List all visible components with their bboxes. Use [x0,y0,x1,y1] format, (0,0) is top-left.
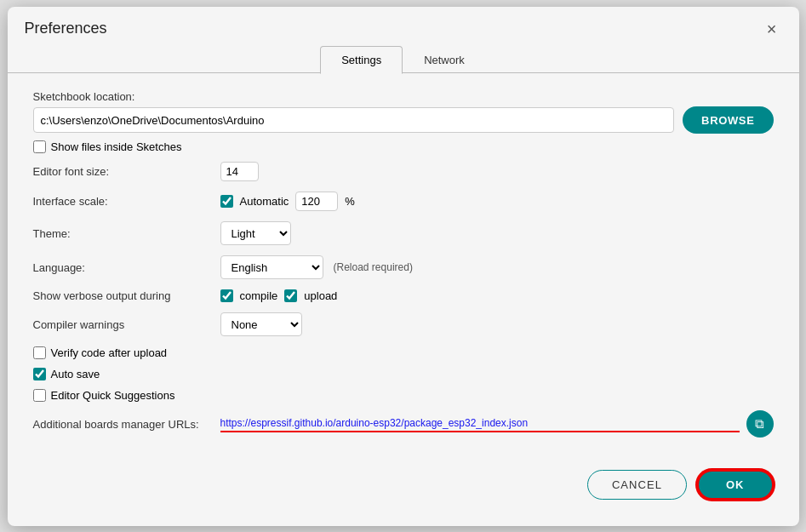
browse-button[interactable]: BROWSE [683,106,773,134]
dialog-title: Preferences [25,20,107,37]
compiler-warnings-label: Compiler warnings [33,318,220,331]
language-label: Language: [33,261,220,274]
sketchbook-row: Sketchbook location: BROWSE [33,90,774,134]
verify-checkbox[interactable] [33,346,46,359]
automatic-label: Automatic [240,195,289,208]
show-files-label: Show files inside Sketches [51,140,182,153]
show-files-row: Show files inside Sketches [33,140,774,153]
reload-note: (Reload required) [334,261,413,273]
close-button[interactable]: × [762,19,782,39]
editor-suggestions-row: Editor Quick Suggestions [33,389,774,402]
additional-urls-label: Additional boards manager URLs: [33,418,220,431]
sketchbook-input-row: BROWSE [33,106,774,134]
compiler-warnings-control: None Default More All [220,312,774,336]
theme-row: Theme: Light Dark [33,221,774,245]
interface-scale-control: Automatic % [220,192,774,211]
autosave-row: Auto save [33,368,774,380]
compile-label: compile [240,289,278,302]
sketchbook-input[interactable] [33,107,675,133]
additional-urls-control: ⧉ [220,410,774,438]
autosave-label: Auto save [51,368,100,380]
additional-urls-row: Additional boards manager URLs: ⧉ [33,410,774,438]
scale-unit: % [345,195,355,208]
additional-urls-icon-button[interactable]: ⧉ [746,410,774,438]
editor-suggestions-label: Editor Quick Suggestions [51,389,175,402]
show-files-checkbox[interactable] [33,140,46,153]
tab-network[interactable]: Network [403,46,486,74]
verbose-control: compile upload [220,289,774,302]
settings-content: Sketchbook location: BROWSE Show files i… [8,73,799,456]
editor-font-size-label: Editor font size: [33,165,220,178]
theme-label: Theme: [33,227,220,240]
sketchbook-label: Sketchbook location: [33,90,135,103]
verify-label: Verify code after upload [51,346,168,359]
compile-checkbox[interactable] [220,289,233,302]
cancel-button[interactable]: CANCEL [587,470,687,500]
automatic-checkbox[interactable] [220,195,233,208]
tabs-container: Settings Network [8,46,799,74]
interface-scale-label: Interface scale: [33,195,220,208]
verbose-label: Show verbose output during [33,289,220,302]
verbose-row: Show verbose output during compile uploa… [33,289,774,302]
editor-suggestions-checkbox[interactable] [33,389,46,402]
upload-checkbox[interactable] [284,289,297,302]
language-control: English Spanish Portuguese (Reload requi… [220,255,774,279]
tab-settings[interactable]: Settings [320,46,403,74]
interface-scale-row: Interface scale: Automatic % [33,192,774,211]
verify-row: Verify code after upload [33,346,774,359]
autosave-checkbox[interactable] [33,368,46,380]
scale-input[interactable] [295,192,338,211]
dialog-footer: CANCEL OK [8,456,799,517]
theme-select[interactable]: Light Dark [220,221,291,245]
editor-font-size-input[interactable] [220,162,259,181]
upload-label: upload [304,289,337,302]
copy-icon: ⧉ [755,416,764,432]
dialog-header: Preferences × [8,7,799,46]
additional-urls-input[interactable] [220,415,740,432]
ok-button[interactable]: OK [697,470,774,500]
language-select[interactable]: English Spanish Portuguese [220,255,323,279]
theme-control: Light Dark [220,221,774,245]
language-row: Language: English Spanish Portuguese (Re… [33,255,774,279]
editor-font-size-row: Editor font size: [33,162,774,181]
compiler-warnings-select[interactable]: None Default More All [220,312,302,336]
editor-font-size-control [220,162,774,181]
compiler-warnings-row: Compiler warnings None Default More All [33,312,774,336]
preferences-dialog: Preferences × Settings Network Sketchboo… [8,7,799,526]
